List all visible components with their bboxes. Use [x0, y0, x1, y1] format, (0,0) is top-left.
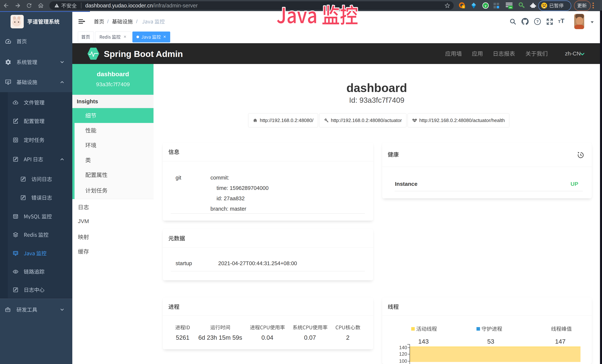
- svg-text:y: y: [485, 4, 486, 7]
- svg-text:1: 1: [463, 6, 464, 8]
- svg-text:on: on: [509, 6, 512, 9]
- svg-text:?: ?: [536, 19, 539, 23]
